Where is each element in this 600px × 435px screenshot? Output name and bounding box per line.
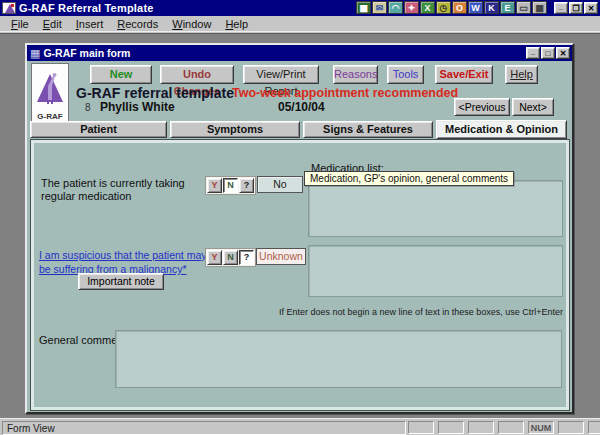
status-cell-2 xyxy=(438,421,464,434)
medication-tooltip: Medication, GP's opinion, general commen… xyxy=(304,171,514,186)
minimize-button[interactable]: _ xyxy=(554,2,568,14)
menu-window[interactable]: Window xyxy=(165,17,218,31)
q1-answer-field[interactable]: No xyxy=(257,176,303,193)
app-tray: ▦ ✉ ◠ ✦ X ◷ O W K E ▭ ▦ xyxy=(356,1,547,14)
status-num-indicator: NUM xyxy=(528,421,554,434)
giraffe-logo-image xyxy=(34,66,66,108)
q2-answer-field[interactable]: Unknown xyxy=(256,248,306,265)
q2-comments-textarea[interactable] xyxy=(308,245,563,297)
medication-list-textarea[interactable] xyxy=(308,180,563,237)
mdi-area: ▦ G-RAF main form _ □ ✕ xyxy=(0,33,600,418)
menu-insert[interactable]: Insert xyxy=(69,17,111,31)
word-icon[interactable]: W xyxy=(468,1,483,14)
general-comments-textarea[interactable] xyxy=(115,330,562,388)
q2-no-button[interactable]: N xyxy=(223,250,238,265)
record-number: 8 xyxy=(85,102,91,113)
q2-yes-button[interactable]: Y xyxy=(207,250,222,265)
q1-label: The patient is currently taking regular … xyxy=(41,177,209,203)
excel-icon[interactable]: X xyxy=(420,1,435,14)
screen: G-RAF Referral Template ▦ ✉ ◠ ✦ X ◷ O W … xyxy=(0,0,600,435)
recommendation-alert: Two-week appointment recommended xyxy=(232,86,458,100)
menu-edit[interactable]: Edit xyxy=(36,17,69,31)
form-icon: ▦ xyxy=(30,48,40,58)
app-titlebar: G-RAF Referral Template ▦ ✉ ◠ ✦ X ◷ O W … xyxy=(0,0,600,16)
form-window-title: G-RAF main form xyxy=(43,47,130,59)
q1-unknown-button[interactable]: ? xyxy=(239,178,254,193)
restore-button[interactable]: ❐ xyxy=(569,2,583,14)
clock-icon[interactable]: ◷ xyxy=(436,1,451,14)
k-app-icon[interactable]: K xyxy=(484,1,499,14)
mail-icon[interactable]: ✉ xyxy=(372,1,387,14)
orange-app-icon[interactable]: O xyxy=(452,1,467,14)
app-icon xyxy=(2,2,16,14)
tab-signs-features[interactable]: Signs & Features xyxy=(303,121,433,138)
patient-name: Phyllis White xyxy=(100,100,175,114)
help-button[interactable]: Help xyxy=(505,65,538,84)
photo-editor-icon[interactable]: ✦ xyxy=(404,1,419,14)
view-print-report-button[interactable]: View/Print Report xyxy=(243,65,319,84)
app-title: G-RAF Referral Template xyxy=(19,2,154,14)
q1-yes-button[interactable]: Y xyxy=(207,178,222,193)
swirl-app-icon[interactable]: ◠ xyxy=(388,1,403,14)
important-note-button[interactable]: Important note xyxy=(78,273,164,290)
q2-unknown-button[interactable]: ? xyxy=(239,250,254,265)
status-text: Form View xyxy=(2,421,406,435)
graf-logo-label: G-RAF xyxy=(32,112,68,121)
e-app-icon[interactable]: E xyxy=(500,1,515,14)
tools-button[interactable]: Tools xyxy=(387,65,424,84)
ctrl-enter-hint: If Enter does not begin a new line of te… xyxy=(271,307,571,317)
status-cell-6 xyxy=(558,421,584,434)
form-minimize-button[interactable]: _ xyxy=(526,47,540,59)
form-maximize-button[interactable]: □ xyxy=(541,47,555,59)
menu-file[interactable]: File xyxy=(4,17,36,31)
close-button[interactable]: ✕ xyxy=(584,2,598,14)
new-button[interactable]: New xyxy=(90,65,152,84)
status-cell-1 xyxy=(408,421,434,434)
tab-symptoms[interactable]: Symptoms xyxy=(170,121,300,138)
menu-records[interactable]: Records xyxy=(110,17,165,31)
binder-icon[interactable]: ▭ xyxy=(516,1,531,14)
status-cell-3 xyxy=(468,421,494,434)
form-window-buttons: _ □ ✕ xyxy=(526,47,570,59)
grid-app-icon[interactable]: ▦ xyxy=(356,1,371,14)
main-form-window: ▦ G-RAF main form _ □ ✕ xyxy=(25,43,574,414)
graf-logo: G-RAF xyxy=(31,63,69,123)
app-window-buttons: _ ❐ ✕ xyxy=(554,2,598,14)
undo-changes-button[interactable]: Undo Changes xyxy=(160,65,234,84)
form-body: G-RAF New Undo Changes View/Print Report… xyxy=(27,61,572,412)
medication-opinion-panel: The patient is currently taking regular … xyxy=(30,139,570,411)
q2-yn-group: Y N ? xyxy=(205,248,256,267)
tab-patient[interactable]: Patient xyxy=(30,121,167,138)
reasons-button[interactable]: Reasons xyxy=(333,65,378,84)
form-close-button[interactable]: ✕ xyxy=(556,47,570,59)
calculator-icon[interactable]: ▦ xyxy=(532,1,547,14)
status-bar: Form View NUM xyxy=(0,418,600,435)
menu-help[interactable]: Help xyxy=(218,17,255,31)
referral-date: 05/10/04 xyxy=(278,100,325,114)
tab-medication-opinion[interactable]: Medication & Opinion xyxy=(436,120,567,139)
status-cell-4 xyxy=(498,421,524,434)
menu-bar: File Edit Insert Records Window Help xyxy=(0,16,600,32)
save-exit-button[interactable]: Save/Exit xyxy=(435,65,493,84)
q2-malignancy-link[interactable]: I am suspicious that the patient may be … xyxy=(39,248,215,276)
next-button[interactable]: Next> xyxy=(512,98,554,116)
form-titlebar: ▦ G-RAF main form _ □ ✕ xyxy=(27,45,572,61)
form-title: G-RAF referral template xyxy=(76,85,234,101)
q1-no-button[interactable]: N xyxy=(223,178,238,193)
status-cell-7 xyxy=(588,421,600,434)
previous-button[interactable]: <Previous xyxy=(454,98,510,116)
q1-yn-group: Y N ? xyxy=(205,176,256,195)
